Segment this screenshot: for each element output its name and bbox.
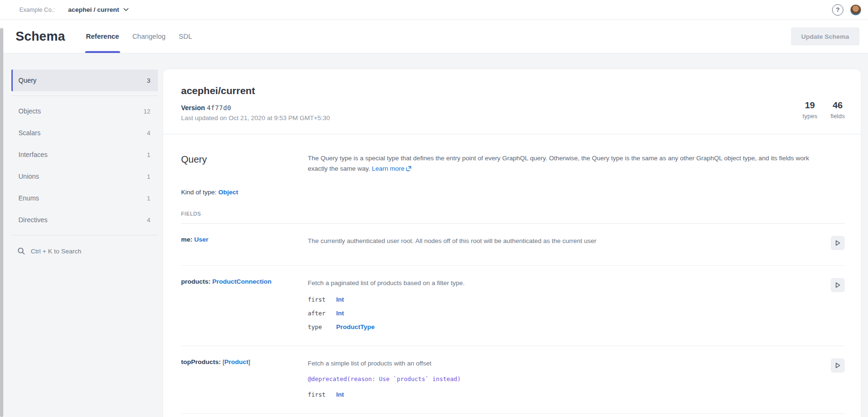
field-arg: first Int bbox=[308, 296, 823, 303]
help-icon[interactable]: ? bbox=[832, 4, 843, 16]
field-type-link[interactable]: User bbox=[194, 236, 208, 243]
field-row-products: products: ProductConnection Fetch a pagi… bbox=[181, 266, 845, 346]
type-header-grid: Query The Query type is a special type t… bbox=[181, 153, 845, 174]
play-icon bbox=[834, 282, 841, 288]
arg-type-link[interactable]: Int bbox=[336, 391, 344, 398]
type-description: The Query type is a special type that de… bbox=[308, 153, 823, 174]
field-description: The currently authenticated user root. A… bbox=[308, 236, 823, 245]
sidebar-count: 1 bbox=[147, 173, 150, 180]
active-tab-underline bbox=[85, 51, 120, 53]
stat-types: 19 types bbox=[803, 100, 817, 120]
sidebar-count: 4 bbox=[147, 217, 150, 224]
sidebar-item-scalars[interactable]: Scalars 4 bbox=[11, 122, 158, 144]
sidebar-item-interfaces[interactable]: Interfaces 1 bbox=[11, 144, 158, 165]
body: Query 3 Objects 12 Scalars 4 Interfaces … bbox=[0, 53, 868, 417]
org-label: Example Co.: bbox=[19, 7, 55, 13]
sidebar-divider bbox=[11, 96, 158, 96]
kind-of-type: Kind of type: Object bbox=[181, 189, 845, 196]
sidebar-item-enums[interactable]: Enums 1 bbox=[11, 187, 158, 209]
sidebar-item-unions[interactable]: Unions 1 bbox=[11, 165, 158, 187]
graph-selector-dropdown[interactable]: acephei / current bbox=[68, 6, 129, 13]
field-arg: after Int bbox=[308, 310, 823, 317]
field-type-link[interactable]: ProductConnection bbox=[212, 278, 271, 285]
version-line: Version 4f77d0 bbox=[181, 104, 330, 112]
card-header-left: acephei/current Version 4f77d0 Last upda… bbox=[181, 85, 330, 122]
version-value: 4f77d0 bbox=[207, 104, 231, 112]
stat-fields: 46 fields bbox=[831, 100, 845, 120]
tab-changelog[interactable]: Changelog bbox=[126, 20, 172, 53]
tab-sdl[interactable]: SDL bbox=[172, 20, 199, 53]
field-args: first Int after Int type ProductType bbox=[308, 296, 823, 330]
top-bar: Example Co.: acephei / current ? bbox=[0, 0, 868, 20]
sidebar-count: 1 bbox=[147, 195, 150, 202]
sidebar: Query 3 Objects 12 Scalars 4 Interfaces … bbox=[11, 53, 158, 417]
run-field-query-button[interactable] bbox=[831, 236, 845, 250]
external-link-icon bbox=[406, 165, 411, 173]
sidebar-item-objects[interactable]: Objects 12 bbox=[11, 100, 158, 122]
arg-type-link[interactable]: Int bbox=[336, 296, 344, 303]
update-schema-button[interactable]: Update Schema bbox=[791, 27, 859, 45]
learn-more-link[interactable]: Learn more bbox=[372, 165, 411, 172]
user-avatar[interactable] bbox=[850, 4, 861, 16]
field-signature: me: User bbox=[181, 236, 308, 250]
search-hint: Ctrl + K to Search bbox=[31, 248, 81, 255]
field-description: Fetch a paginated list of products based… bbox=[308, 278, 823, 287]
sidebar-count: 1 bbox=[147, 151, 150, 158]
chevron-down-icon bbox=[123, 8, 129, 11]
schema-content-card: acephei/current Version 4f77d0 Last upda… bbox=[163, 69, 861, 417]
sidebar-count: 3 bbox=[147, 77, 150, 84]
tab-bar: Reference Changelog SDL bbox=[79, 20, 199, 53]
page-header: Schema Reference Changelog SDL Update Sc… bbox=[0, 20, 868, 53]
run-field-query-button[interactable] bbox=[831, 358, 845, 373]
kind-value-link[interactable]: Object bbox=[218, 189, 238, 196]
arg-type-link[interactable]: ProductType bbox=[336, 323, 375, 330]
field-arg: first Int bbox=[308, 391, 823, 398]
field-signature: topProducts: [Product] bbox=[181, 358, 308, 398]
sidebar-divider bbox=[11, 235, 158, 235]
field-description: Fetch a simple list of products with an … bbox=[308, 358, 823, 368]
schema-stats: 19 types 46 fields bbox=[803, 85, 845, 120]
field-row-me: me: User The currently authenticated use… bbox=[181, 224, 845, 266]
graph-title: acephei/current bbox=[181, 85, 330, 96]
play-icon bbox=[834, 362, 841, 369]
left-scrollbar[interactable] bbox=[0, 28, 3, 417]
play-icon bbox=[834, 240, 841, 246]
field-type-link[interactable]: Product bbox=[225, 358, 249, 365]
deprecated-annotation: @deprecated(reason: Use `products` inste… bbox=[308, 375, 823, 382]
type-section-query: Query The Query type is a special type t… bbox=[163, 134, 861, 414]
arg-type-link[interactable]: Int bbox=[336, 310, 344, 317]
schema-search-trigger[interactable]: Ctrl + K to Search bbox=[11, 240, 158, 255]
tab-reference[interactable]: Reference bbox=[79, 20, 126, 53]
field-row-topProducts: topProducts: [Product] Fetch a simple li… bbox=[181, 346, 845, 414]
fields-heading: FIELDS bbox=[181, 211, 845, 217]
version-label: Version bbox=[181, 104, 205, 112]
graph-selector-label: acephei / current bbox=[68, 6, 119, 13]
run-field-query-button[interactable] bbox=[831, 278, 845, 292]
type-name: Query bbox=[181, 153, 308, 174]
sidebar-count: 4 bbox=[147, 130, 150, 137]
sidebar-item-query[interactable]: Query 3 bbox=[11, 70, 158, 91]
field-signature: products: ProductConnection bbox=[181, 278, 308, 330]
field-arg: type ProductType bbox=[308, 323, 823, 330]
sidebar-count: 12 bbox=[144, 108, 150, 115]
field-args: first Int bbox=[308, 391, 823, 398]
card-header: acephei/current Version 4f77d0 Last upda… bbox=[163, 69, 861, 134]
search-icon bbox=[17, 247, 25, 255]
type-close-bracket: ] bbox=[249, 358, 251, 365]
schema-reference-page: Example Co.: acephei / current ? Schema … bbox=[0, 0, 868, 417]
last-updated: Last updated on Oct 21, 2020 at 9:53 PM … bbox=[181, 114, 330, 122]
page-title: Schema bbox=[16, 29, 65, 44]
sidebar-item-directives[interactable]: Directives 4 bbox=[11, 209, 158, 231]
